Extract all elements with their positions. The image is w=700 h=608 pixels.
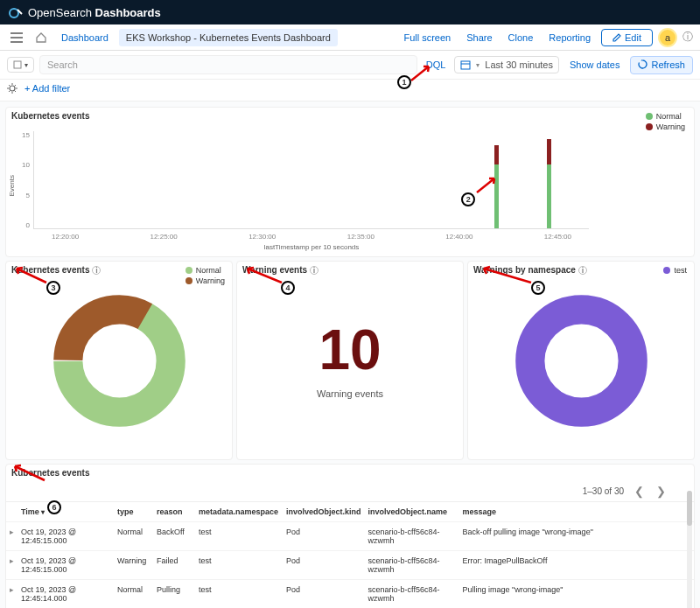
cell-message: Error: ImagePullBackOff xyxy=(459,551,694,580)
table-row[interactable]: ▸Oct 19, 2023 @ 12:45:15.000WarningFaile… xyxy=(6,551,694,580)
annotation-callout-6: 6 xyxy=(47,500,61,514)
col-reason[interactable]: reason xyxy=(153,502,195,522)
bar-1245[interactable] xyxy=(547,139,551,228)
expand-toggle-icon[interactable]: ▸ xyxy=(10,528,14,536)
cell-kind: Pod xyxy=(283,580,365,609)
annotation-callout-5: 5 xyxy=(531,281,545,295)
panel-events-table: Kubernetes events 1–30 of 30 ❮ ❯ Time ▾ … xyxy=(5,464,695,608)
pager-text: 1–30 of 30 xyxy=(583,486,624,496)
reporting-link[interactable]: Reporting xyxy=(543,31,596,45)
expand-toggle-icon[interactable]: ▸ xyxy=(10,585,14,594)
clone-link[interactable]: Clone xyxy=(503,31,539,45)
col-time[interactable]: Time ▾ 6 xyxy=(18,502,114,522)
home-icon[interactable] xyxy=(32,28,51,47)
panel-events-pie: Kubernetes eventsi Normal Warning 3 xyxy=(5,261,233,460)
cell-type: Normal xyxy=(114,580,153,609)
col-name[interactable]: involvedObject.name xyxy=(365,502,459,522)
table-header-row: Time ▾ 6 type reason metadata.namespace … xyxy=(6,502,694,522)
info-icon[interactable]: i xyxy=(310,266,318,275)
svg-rect-2 xyxy=(461,61,470,69)
legend-item-normal[interactable]: Normal xyxy=(646,111,685,122)
annotation-arrow-6 xyxy=(11,463,46,482)
hamburger-menu-icon[interactable] xyxy=(7,29,26,46)
annotation-arrow-2 xyxy=(475,175,500,194)
metric-label: Warning events xyxy=(317,388,383,399)
cell-ns: test xyxy=(195,522,283,551)
cell-type: Warning xyxy=(114,551,153,580)
table-row[interactable]: ▸Oct 19, 2023 @ 12:45:15.000NormalBackOf… xyxy=(6,522,694,551)
cell-reason: Failed xyxy=(153,551,195,580)
opensearch-logo-icon xyxy=(9,5,23,19)
y-axis: 15 10 5 0 xyxy=(18,124,33,247)
show-dates-link[interactable]: Show dates xyxy=(564,58,625,72)
add-filter-button[interactable]: + Add filter xyxy=(24,83,70,94)
annotation-callout-3: 3 xyxy=(46,281,60,295)
legend-item-test[interactable]: test xyxy=(663,265,687,276)
ns-legend: test xyxy=(663,265,687,276)
cell-ns: test xyxy=(195,551,283,580)
table-row[interactable]: ▸Oct 19, 2023 @ 12:45:14.000NormalPullin… xyxy=(6,580,694,609)
cell-name: scenario-b-cff56c84-wzwmh xyxy=(365,522,459,551)
annotation-arrow-5 xyxy=(480,265,533,284)
info-icon[interactable]: i xyxy=(578,266,587,275)
x-axis-label: lastTimestamp per 10 seconds xyxy=(34,243,589,251)
pager-prev-icon[interactable]: ❮ xyxy=(633,485,646,498)
sub-header: Dashboard EKS Workshop - Kubernetes Even… xyxy=(0,24,700,51)
col-ns[interactable]: metadata.namespace xyxy=(195,502,283,522)
edit-button[interactable]: Edit xyxy=(601,29,653,46)
col-kind[interactable]: involvedObject.kind xyxy=(283,502,365,522)
search-input[interactable] xyxy=(39,55,417,74)
expand-toggle-icon[interactable]: ▸ xyxy=(10,556,14,565)
cell-ns: test xyxy=(195,580,283,609)
info-icon[interactable]: i xyxy=(92,266,101,275)
query-bar: ▾ DQL ▾ Last 30 minutes Show dates Refre… xyxy=(0,51,700,80)
col-message[interactable]: message xyxy=(459,502,694,522)
pager-next-icon[interactable]: ❯ xyxy=(654,485,668,498)
legend-item-warning[interactable]: Warning xyxy=(646,122,685,132)
cell-name: scenario-b-cff56c84-wzwmh xyxy=(365,580,459,609)
global-header: OpenSearch Dashboards xyxy=(0,0,700,24)
cell-reason: BackOff xyxy=(153,522,195,551)
calendar-icon xyxy=(460,59,471,70)
svg-point-6 xyxy=(529,309,632,411)
cell-name: scenario-b-cff56c84-wzwmh xyxy=(365,551,459,580)
col-type[interactable]: type xyxy=(114,502,153,522)
saved-queries-icon[interactable]: ▾ xyxy=(7,57,34,73)
legend-item-normal[interactable]: Normal xyxy=(186,265,225,276)
timeseries-legend: Normal Warning xyxy=(646,111,685,132)
cell-time: Oct 19, 2023 @ 12:45:14.000 xyxy=(18,580,114,609)
cell-kind: Pod xyxy=(283,522,365,551)
help-icon[interactable]: ⓘ xyxy=(682,30,693,45)
donut-namespace[interactable] xyxy=(468,278,694,443)
donut-events[interactable] xyxy=(6,278,232,443)
full-screen-link[interactable]: Full screen xyxy=(398,31,456,45)
share-link[interactable]: Share xyxy=(461,31,497,45)
filter-options-icon[interactable] xyxy=(7,83,18,94)
annotation-callout-2: 2 xyxy=(461,192,475,206)
cell-kind: Pod xyxy=(283,551,365,580)
timeseries-chart[interactable]: Events 15 10 5 0 12:20:00 12:25:00 xyxy=(6,124,694,247)
logo-text: OpenSearch Dashboards xyxy=(28,6,161,19)
panel-title: Kubernetes events xyxy=(6,108,694,124)
table-pager: 1–30 of 30 ❮ ❯ xyxy=(6,481,694,502)
x-axis: 12:20:00 12:25:00 12:30:00 12:35:00 12:4… xyxy=(34,233,589,241)
filter-bar: + Add filter xyxy=(0,80,700,101)
warning-metric: 10 Warning events xyxy=(237,278,463,443)
panel-scrollbar[interactable] xyxy=(687,491,692,608)
metric-value: 10 xyxy=(318,322,381,378)
cell-time: Oct 19, 2023 @ 12:45:15.000 xyxy=(18,522,114,551)
svg-point-3 xyxy=(10,86,15,91)
annotation-callout-1: 1 xyxy=(397,75,411,89)
logo[interactable]: OpenSearch Dashboards xyxy=(9,5,161,19)
user-avatar[interactable]: a xyxy=(658,28,677,47)
breadcrumb-parent[interactable]: Dashboard xyxy=(56,31,114,45)
annotation-arrow-1 xyxy=(410,63,434,82)
time-range-button[interactable]: ▾ Last 30 minutes xyxy=(454,56,559,73)
annotation-arrow-4 xyxy=(244,265,284,284)
refresh-button[interactable]: Refresh xyxy=(630,56,693,74)
panel-row-middle: Kubernetes eventsi Normal Warning 3 Warn… xyxy=(4,259,696,462)
y-axis-label: Events xyxy=(6,173,18,198)
dashboard-grid: Kubernetes events Events 15 10 5 0 12 xyxy=(0,101,700,608)
panel-events-timeseries: Kubernetes events Events 15 10 5 0 12 xyxy=(5,107,695,257)
panel-warning-count: Warning eventsi 10 Warning events 4 xyxy=(236,261,464,460)
